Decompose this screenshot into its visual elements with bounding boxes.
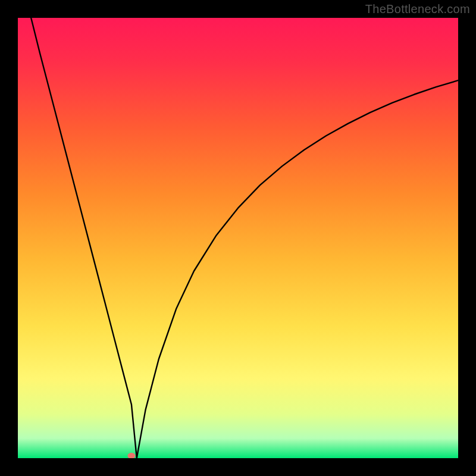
chart-svg (18, 18, 458, 458)
heatmap-background (18, 18, 458, 458)
chart-frame: TheBottleneck.com (0, 0, 476, 476)
attribution-label: TheBottleneck.com (365, 2, 470, 16)
plot-area (18, 18, 458, 458)
